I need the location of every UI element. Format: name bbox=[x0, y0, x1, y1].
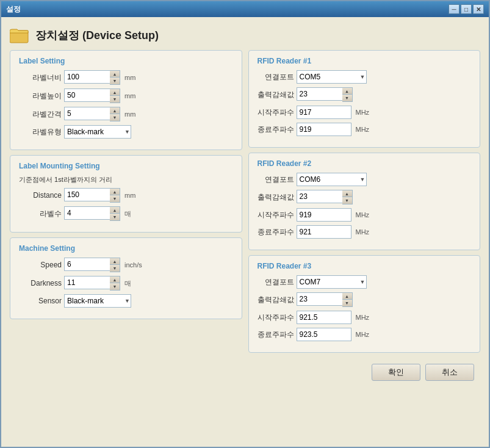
rfid1-port-select[interactable]: COM5 COM1COM2COM3 COM4COM6COM7COM8 bbox=[297, 70, 367, 84]
label-width-input-group: ▲ ▼ bbox=[64, 70, 120, 85]
label-count-unit: 매 bbox=[124, 209, 131, 219]
rfid1-end-row: 종료주파수 MHz bbox=[258, 123, 472, 136]
rfid2-title: RFID Reader #2 bbox=[258, 159, 472, 168]
rfid2-start-label: 시작주파수 bbox=[258, 210, 294, 220]
machine-setting-title: Machine Setting bbox=[19, 244, 233, 253]
label-count-up[interactable]: ▲ bbox=[110, 207, 120, 214]
header: 장치설정 (Device Setup) bbox=[10, 23, 480, 50]
rfid3-end-label: 종료주파수 bbox=[258, 330, 294, 340]
label-gap-down[interactable]: ▼ bbox=[110, 114, 120, 121]
rfid2-output-input[interactable] bbox=[297, 190, 342, 203]
rfid1-end-label: 종료주파수 bbox=[258, 125, 294, 135]
label-count-row: 라벨수 ▲ ▼ 매 bbox=[19, 206, 233, 221]
rfid1-end-input[interactable] bbox=[297, 123, 351, 136]
label-count-down[interactable]: ▼ bbox=[110, 214, 120, 220]
distance-row: Distance ▲ ▼ mm bbox=[19, 188, 233, 203]
label-count-input[interactable] bbox=[64, 206, 110, 220]
speed-up[interactable]: ▲ bbox=[110, 258, 120, 265]
label-height-input-group: ▲ ▼ bbox=[64, 89, 120, 103]
rfid1-port-label: 연결포트 bbox=[258, 72, 294, 82]
rfid2-start-row: 시작주파수 MHz bbox=[258, 208, 472, 222]
rfid3-output-label: 출력감쇄값 bbox=[258, 295, 294, 305]
rfid3-title: RFID Reader #3 bbox=[258, 262, 472, 270]
label-width-label: 라벨너비 bbox=[19, 73, 62, 83]
label-height-unit: mm bbox=[124, 92, 135, 99]
label-mounting-title: Label Mounting Setting bbox=[19, 162, 233, 170]
rfid3-output-input[interactable] bbox=[297, 292, 342, 306]
window-controls: ─ □ ✕ bbox=[449, 4, 484, 14]
sensor-label: Sensor bbox=[19, 297, 62, 305]
label-setting-section: Label Setting 라벨너비 ▲ ▼ mm bbox=[10, 50, 242, 150]
speed-down[interactable]: ▼ bbox=[110, 265, 120, 272]
label-width-row: 라벨너비 ▲ ▼ mm bbox=[19, 70, 233, 85]
rfid1-output-label: 출력감쇄값 bbox=[258, 90, 294, 100]
label-gap-label: 라벨간격 bbox=[19, 109, 62, 120]
rfid2-end-row: 종료주파수 MHz bbox=[258, 225, 472, 239]
rfid2-output-row: 출력감쇄값 ▲ ▼ bbox=[258, 190, 472, 204]
label-width-down[interactable]: ▼ bbox=[110, 78, 120, 84]
rfid2-port-label: 연결포트 bbox=[258, 175, 294, 185]
sensor-select-wrapper: Black-mark Gap ▼ bbox=[64, 294, 131, 308]
rfid1-port-select-wrapper: COM5 COM1COM2COM3 COM4COM6COM7COM8 ▼ bbox=[297, 70, 367, 84]
rfid1-start-input[interactable] bbox=[297, 106, 351, 119]
distance-up[interactable]: ▲ bbox=[110, 189, 120, 195]
darkness-label: Darkness bbox=[19, 279, 62, 287]
title-bar: 설정 ─ □ ✕ bbox=[1, 1, 489, 17]
rfid2-output-down[interactable]: ▼ bbox=[342, 197, 352, 204]
label-count-input-group: ▲ ▼ bbox=[64, 206, 120, 221]
close-button[interactable]: ✕ bbox=[473, 4, 484, 14]
window-title: 설정 bbox=[6, 4, 21, 15]
label-height-down[interactable]: ▼ bbox=[110, 96, 120, 103]
label-height-up[interactable]: ▲ bbox=[110, 89, 120, 96]
sensor-select[interactable]: Black-mark Gap bbox=[64, 294, 131, 308]
rfid2-port-select[interactable]: COM6 COM1COM2COM3 COM4COM5COM7COM8 bbox=[297, 173, 367, 186]
rfid1-output-input[interactable] bbox=[297, 87, 342, 101]
rfid2-output-input-group: ▲ ▼ bbox=[297, 190, 353, 204]
label-type-select-wrapper: Black-mark Gap ▼ bbox=[64, 125, 131, 139]
darkness-input[interactable] bbox=[64, 276, 110, 289]
darkness-up[interactable]: ▲ bbox=[110, 276, 120, 283]
rfid1-output-up[interactable]: ▲ bbox=[342, 88, 352, 95]
rfid3-end-unit: MHz bbox=[356, 331, 370, 338]
right-column: RFID Reader #1 연결포트 COM5 COM1COM2COM3 CO… bbox=[248, 50, 481, 441]
rfid3-start-unit: MHz bbox=[356, 314, 370, 321]
label-gap-input[interactable] bbox=[64, 107, 110, 120]
rfid2-output-up[interactable]: ▲ bbox=[342, 190, 352, 197]
label-width-input[interactable] bbox=[64, 70, 110, 84]
confirm-button[interactable]: 확인 bbox=[372, 364, 420, 381]
speed-input[interactable] bbox=[64, 258, 110, 271]
rfid2-end-unit: MHz bbox=[356, 228, 370, 236]
rfid1-title: RFID Reader #1 bbox=[258, 57, 472, 65]
rfid2-start-unit: MHz bbox=[356, 211, 370, 219]
minimize-button[interactable]: ─ bbox=[449, 4, 459, 14]
rfid1-output-down[interactable]: ▼ bbox=[342, 95, 352, 101]
sensor-row: Sensor Black-mark Gap ▼ bbox=[19, 294, 233, 308]
label-height-input[interactable] bbox=[64, 89, 110, 102]
distance-down[interactable]: ▼ bbox=[110, 195, 120, 202]
label-gap-row: 라벨간격 ▲ ▼ mm bbox=[19, 107, 233, 121]
rfid3-section: RFID Reader #3 연결포트 COM7 COM1COM2COM3 CO… bbox=[248, 255, 481, 353]
main-area: Label Setting 라벨너비 ▲ ▼ mm bbox=[10, 50, 480, 441]
rfid1-start-label: 시작주파수 bbox=[258, 107, 294, 118]
rfid3-end-input[interactable] bbox=[297, 328, 351, 341]
cancel-button[interactable]: 취소 bbox=[425, 364, 474, 381]
rfid3-start-label: 시작주파수 bbox=[258, 313, 294, 323]
rfid3-output-down[interactable]: ▼ bbox=[342, 300, 352, 306]
label-type-select[interactable]: Black-mark Gap bbox=[64, 125, 131, 139]
rfid3-port-select[interactable]: COM7 COM1COM2COM3 COM4COM5COM6COM8 bbox=[297, 275, 367, 289]
label-gap-up[interactable]: ▲ bbox=[110, 107, 120, 114]
rfid1-output-row: 출력감쇄값 ▲ ▼ bbox=[258, 87, 472, 102]
darkness-down[interactable]: ▼ bbox=[110, 283, 120, 290]
page-title: 장치설정 (Device Setup) bbox=[35, 28, 159, 43]
darkness-unit: 매 bbox=[124, 279, 131, 288]
label-width-up[interactable]: ▲ bbox=[110, 71, 120, 78]
rfid3-output-row: 출력감쇄값 ▲ ▼ bbox=[258, 292, 472, 307]
rfid3-output-up[interactable]: ▲ bbox=[342, 293, 352, 300]
rfid3-output-input-group: ▲ ▼ bbox=[297, 292, 353, 307]
restore-button[interactable]: □ bbox=[461, 4, 472, 14]
rfid2-end-input[interactable] bbox=[297, 225, 351, 239]
rfid3-end-row: 종료주파수 MHz bbox=[258, 328, 472, 341]
rfid3-start-input[interactable] bbox=[297, 311, 351, 324]
rfid2-start-input[interactable] bbox=[297, 208, 351, 222]
distance-input[interactable] bbox=[64, 188, 110, 201]
